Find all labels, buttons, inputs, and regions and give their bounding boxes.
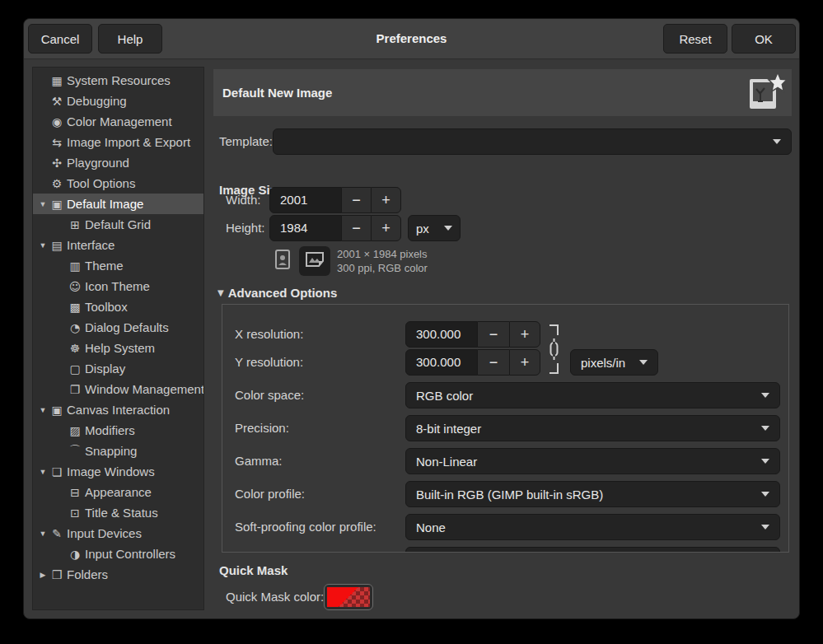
- sidebar-item-icon-theme[interactable]: ☺Icon Theme: [33, 276, 203, 296]
- chevron-down-icon: [761, 525, 769, 530]
- sidebar-item-playground[interactable]: ✣Playground: [33, 152, 203, 173]
- expander-closed-icon[interactable]: ▶: [36, 571, 49, 579]
- expander-open-icon[interactable]: ▼: [36, 530, 49, 538]
- x-resolution-label: X resolution:: [235, 321, 303, 348]
- x-resolution-input[interactable]: 300.000: [405, 321, 478, 348]
- sidebar-item-help-system[interactable]: ☸Help System: [33, 338, 203, 358]
- quick-mask-color-button[interactable]: [324, 584, 373, 610]
- sidebar-item-default-image[interactable]: ▼▣Default Image: [33, 194, 203, 214]
- width-input[interactable]: 2001: [269, 187, 342, 213]
- sidebar-item-label: Debugging: [67, 94, 127, 108]
- chevron-down-icon: [761, 393, 769, 398]
- chevron-down-icon: [761, 492, 769, 497]
- sidebar-item-label: Help System: [85, 341, 155, 355]
- sidebar-item-debugging[interactable]: ⚒Debugging: [33, 91, 203, 111]
- precision-label: Precision:: [235, 415, 289, 441]
- sidebar-item-label: Playground: [67, 156, 129, 170]
- advanced-options-heading: Advanced Options: [228, 286, 338, 300]
- sidebar-item-label: Toolbox: [85, 300, 128, 314]
- y-resolution-input[interactable]: 300.000: [405, 349, 478, 376]
- y-resolution-increment-button[interactable]: +: [509, 349, 540, 376]
- portrait-orientation-icon: [275, 250, 290, 273]
- image-import-export-icon: ⇆: [49, 136, 64, 149]
- system-resources-icon: ▦: [49, 74, 64, 87]
- soft-proofing-color-profile-dropdown[interactable]: None: [405, 514, 780, 540]
- sidebar-item-default-grid[interactable]: ⊞Default Grid: [33, 214, 203, 235]
- appearance-icon: ⊟: [68, 486, 82, 499]
- icon-theme-icon: ☺: [68, 280, 82, 293]
- sidebar-item-image-windows[interactable]: ▼❏Image Windows: [33, 461, 203, 482]
- sidebar-item-dialog-defaults[interactable]: ◔Dialog Defaults: [33, 317, 203, 338]
- size-unit-dropdown[interactable]: px: [408, 215, 461, 241]
- toolbox-icon: ▩: [68, 301, 82, 314]
- color-profile-dropdown[interactable]: Built-in RGB (GIMP built-in sRGB): [405, 481, 780, 507]
- sidebar-item-folders[interactable]: ▶❒Folders: [33, 564, 203, 585]
- landscape-orientation-icon: [305, 252, 325, 270]
- sidebar-item-snapping[interactable]: ⌒Snapping: [33, 441, 203, 461]
- sidebar-item-tool-options[interactable]: ⚙Tool Options: [33, 173, 203, 194]
- sidebar-item-label: Snapping: [85, 444, 137, 458]
- sidebar-item-modifiers[interactable]: ▨Modifiers: [33, 420, 203, 441]
- quick-mask-color-label: Quick Mask color:: [226, 584, 324, 610]
- sidebar-item-title-status[interactable]: ⊡Title & Status: [33, 502, 203, 523]
- ok-button[interactable]: OK: [732, 24, 796, 54]
- height-input[interactable]: 1984: [269, 215, 342, 241]
- color-space-dropdown[interactable]: RGB color: [405, 382, 780, 408]
- soft-proofing-color-profile-value: None: [416, 520, 761, 534]
- advanced-options-expander[interactable]: ▼ Advanced Options: [217, 286, 337, 300]
- screen: Preferences Cancel Help Reset OK ▦System…: [0, 0, 823, 644]
- help-button[interactable]: Help: [98, 24, 162, 54]
- height-label: Height:: [226, 215, 265, 241]
- sidebar-item-window-management[interactable]: ❐Window Management: [33, 379, 203, 399]
- sidebar-item-color-management[interactable]: ◉Color Management: [33, 111, 203, 132]
- sidebar-item-toolbox[interactable]: ▩Toolbox: [33, 296, 203, 317]
- sidebar-item-label: Folders: [67, 567, 108, 581]
- page-title: Default New Image: [222, 69, 332, 116]
- width-label: Width:: [226, 187, 261, 213]
- quick-mask-heading: Quick Mask: [219, 563, 288, 577]
- sidebar-item-theme[interactable]: ▥Theme: [33, 255, 203, 276]
- expander-open-icon[interactable]: ▼: [36, 200, 49, 208]
- gamma-dropdown[interactable]: Non-Linear: [405, 448, 780, 474]
- y-resolution-decrement-button[interactable]: −: [478, 349, 509, 376]
- sidebar-item-input-controllers[interactable]: ◑Input Controllers: [33, 544, 203, 564]
- expander-open-icon[interactable]: ▼: [36, 406, 49, 414]
- expander-open-icon[interactable]: ▼: [36, 241, 49, 250]
- sidebar-item-input-devices[interactable]: ▼✎Input Devices: [33, 523, 203, 544]
- sidebar-item-interface[interactable]: ▼▤Interface: [33, 235, 203, 255]
- sidebar-item-label: Theme: [85, 259, 124, 273]
- y-resolution-label: Y resolution:: [235, 349, 303, 376]
- resolution-chain-link-toggle[interactable]: [547, 323, 562, 379]
- expander-open-icon[interactable]: ▼: [36, 468, 49, 476]
- width-increment-button[interactable]: +: [371, 187, 401, 213]
- theme-icon: ▥: [68, 259, 82, 273]
- template-label: Template:: [219, 128, 273, 155]
- sidebar-item-canvas-interaction[interactable]: ▼▣Canvas Interaction: [33, 399, 203, 420]
- landscape-orientation-button[interactable]: [299, 246, 330, 276]
- clipped-dropdown[interactable]: [405, 547, 780, 553]
- cancel-button[interactable]: Cancel: [28, 24, 92, 54]
- expander-open-icon: ▼: [217, 288, 224, 297]
- title-status-icon: ⊡: [68, 506, 82, 520]
- x-resolution-decrement-button[interactable]: −: [478, 321, 509, 348]
- sidebar-item-display[interactable]: ▢Display: [33, 358, 203, 379]
- resolution-unit-value: pixels/in: [581, 356, 639, 370]
- precision-dropdown[interactable]: 8-bit integer: [405, 415, 780, 441]
- template-dropdown[interactable]: [273, 128, 792, 155]
- sidebar-item-system-resources[interactable]: ▦System Resources: [33, 70, 203, 91]
- sidebar-item-image-import-export[interactable]: ⇆Image Import & Export: [33, 132, 203, 152]
- size-summary-resolution: 300 ppi, RGB color: [337, 261, 428, 275]
- sidebar-item-appearance[interactable]: ⊟Appearance: [33, 482, 203, 502]
- sidebar-item-label: System Resources: [67, 73, 171, 87]
- x-resolution-increment-button[interactable]: +: [509, 321, 540, 348]
- sidebar-item-label: Color Management: [67, 114, 172, 128]
- height-decrement-button[interactable]: −: [342, 215, 371, 241]
- resolution-unit-dropdown[interactable]: pixels/in: [570, 349, 658, 376]
- preferences-dialog: Preferences Cancel Help Reset OK ▦System…: [23, 18, 800, 619]
- width-decrement-button[interactable]: −: [342, 187, 371, 213]
- sidebar-item-label: Appearance: [85, 485, 152, 499]
- height-increment-button[interactable]: +: [371, 215, 401, 241]
- portrait-orientation-button[interactable]: [269, 246, 296, 276]
- reset-button[interactable]: Reset: [663, 24, 727, 54]
- dialog-defaults-icon: ◔: [68, 321, 82, 334]
